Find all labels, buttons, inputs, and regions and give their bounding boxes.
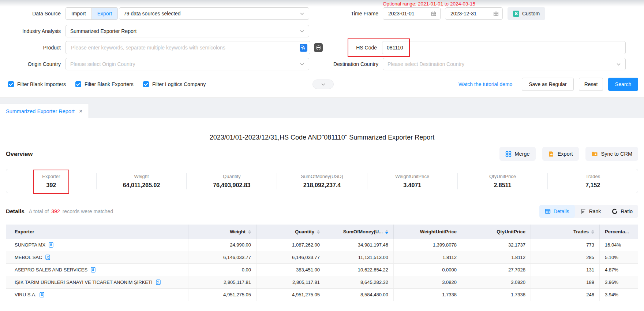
view-label: Ratio	[621, 208, 633, 214]
stat-value: 2.8511	[458, 182, 548, 189]
start-date-value[interactable]	[387, 10, 429, 17]
destination-country-select[interactable]: Please select Destination Country	[383, 58, 626, 70]
start-date-input[interactable]	[383, 7, 441, 20]
search-button[interactable]: Search	[608, 78, 638, 91]
match-count: 392	[51, 208, 60, 214]
tab-summarized-exporter-report[interactable]: Summarized Exporter Report ×	[0, 104, 89, 118]
checkbox-label: Filter Blank Importers	[17, 81, 66, 87]
contact-card-icon[interactable]	[49, 242, 53, 248]
view-ratio-button[interactable]: Ratio	[606, 205, 638, 218]
calendar-icon	[431, 11, 437, 16]
import-toggle-button[interactable]: Import	[66, 8, 91, 19]
time-frame-label: Time Frame	[329, 7, 378, 20]
save-as-regular-button[interactable]: Save as Regular	[522, 78, 574, 91]
expand-filters-button[interactable]	[312, 79, 334, 89]
exporter-cell: IŞIK TARIM ÜRÜNLERİ SANAYİ VE TİCARET AN…	[6, 276, 188, 288]
contact-card-icon[interactable]	[40, 292, 44, 297]
quantity-cell: 1,087,262.00	[256, 239, 325, 251]
checked-checkbox-icon	[143, 81, 149, 87]
exporter-name-link[interactable]: IŞIK TARIM ÜRÜNLERİ SANAYİ VE TİCARET AN…	[15, 279, 153, 285]
trades-cell: 285	[531, 251, 599, 263]
qty-unit-price-cell: 32.1737	[462, 239, 531, 251]
weight-unit-price-cell: 1.8112	[393, 251, 462, 263]
industry-analysis-select[interactable]: Summarized Exporter Report	[65, 25, 309, 37]
exporter-name-link[interactable]: MEBOL SAC	[15, 255, 42, 260]
calendar-icon	[493, 11, 499, 16]
sum-of-money-cell: 11,131,513.00	[325, 251, 393, 263]
merge-icon	[505, 151, 512, 157]
hs-code-input[interactable]	[382, 41, 626, 54]
stat-label: Trades	[548, 174, 638, 179]
industry-analysis-label: Industry Analysis	[0, 25, 61, 37]
contact-card-icon[interactable]	[45, 255, 50, 260]
export-button[interactable]: Export	[542, 147, 579, 161]
sort-icon[interactable]	[317, 230, 320, 234]
trades-cell: 189	[531, 276, 599, 288]
view-label: Details	[554, 208, 569, 214]
translate-icon[interactable]: A	[300, 44, 307, 52]
hs-code-label: HS Code	[344, 41, 377, 54]
column-header-quantity[interactable]: Quantity	[256, 225, 325, 239]
percentage-cell: 4.87%	[599, 264, 638, 276]
stat-label: WeightUnitPrice	[367, 174, 457, 179]
exclude-keywords-icon[interactable]	[314, 43, 323, 52]
contact-card-icon[interactable]	[91, 267, 96, 273]
checkbox-filter-blank-importers[interactable]: Filter Blank Importers	[8, 81, 66, 87]
reset-button[interactable]: Reset	[579, 78, 603, 91]
product-input[interactable]	[70, 44, 297, 51]
weight-unit-price-cell: 1,399.8078	[393, 239, 462, 251]
end-date-value[interactable]	[450, 10, 491, 17]
export-toggle-button[interactable]: Export	[91, 8, 117, 19]
top-gradient	[0, 0, 644, 7]
view-label: Rank	[589, 208, 601, 214]
quantity-cell: 4,951,275.05	[256, 289, 325, 301]
exporter-name-link[interactable]: ASEPRO SALES AND SERVICES	[15, 267, 87, 273]
rank-icon	[580, 208, 586, 214]
checkbox-filter-blank-exporters[interactable]: Filter Blank Exporters	[75, 81, 134, 87]
merge-button[interactable]: Merge	[499, 147, 536, 161]
sum-of-money-cell: 34,981,197.46	[325, 239, 393, 251]
data-sources-value: 79 data sources selected	[124, 11, 181, 16]
sum-of-money-cell: 8,584,480.00	[325, 289, 393, 301]
view-details-button[interactable]: Details	[539, 205, 575, 218]
table-body: SUNOPTA MX 24,990.00 1,087,262.00 34,981…	[6, 239, 638, 301]
exporter-name-link[interactable]: SUNOPTA MX	[15, 242, 45, 248]
sort-icon-desc-active[interactable]	[385, 230, 388, 234]
stat-weight-unit-price: WeightUnitPrice 3.4071	[367, 173, 457, 189]
destination-country-placeholder: Please select Destination Country	[387, 61, 464, 67]
folder-sync-icon	[591, 151, 598, 157]
column-header-weight-unit-price: WeightUnitPrice	[393, 225, 462, 239]
end-date-input[interactable]	[445, 7, 503, 20]
stat-label: Weight	[97, 174, 187, 179]
exporter-name-link[interactable]: VIRU S.A.	[15, 292, 36, 297]
sort-icon[interactable]	[591, 230, 594, 234]
data-sources-select[interactable]: 79 data sources selected	[119, 7, 309, 20]
close-icon[interactable]: ×	[79, 108, 83, 114]
tutorial-demo-link[interactable]: Watch the tutorial demo	[458, 78, 512, 91]
contact-card-icon[interactable]	[156, 279, 161, 285]
checkbox-filter-logitics-company[interactable]: Filter Logitics Company	[143, 81, 206, 87]
chevron-down-icon	[321, 82, 326, 87]
qty-unit-price-cell: 1.8112	[462, 251, 531, 263]
column-header-weight[interactable]: Weight	[188, 225, 256, 239]
sort-icon[interactable]	[248, 230, 251, 234]
exporter-cell: VIRU S.A.	[6, 289, 188, 301]
view-rank-button[interactable]: Rank	[575, 205, 607, 218]
table-header-row: Exporter Weight Quantity SumOfMoney(U...…	[6, 225, 638, 239]
sync-to-crm-label: Sync to CRM	[601, 151, 632, 157]
sync-to-crm-button[interactable]: Sync to CRM	[585, 147, 638, 161]
origin-country-select[interactable]: Please select Origin Country	[65, 58, 309, 70]
stat-value: 76,493,902.83	[187, 182, 277, 189]
quantity-cell: 2,805,117.81	[256, 276, 325, 288]
stat-value: 392	[6, 182, 96, 189]
annotation-box-exporter-stat	[33, 170, 69, 194]
custom-range-button[interactable]: Custom	[508, 7, 545, 20]
trades-cell: 131	[531, 264, 599, 276]
column-header-trades[interactable]: Trades	[531, 225, 599, 239]
weight-cell: 4,951,275.05	[188, 289, 256, 301]
checkbox-label: Filter Logitics Company	[152, 81, 206, 87]
sum-of-money-cell: 8,645,282.32	[325, 276, 393, 288]
stat-trades: Trades 7,152	[547, 173, 638, 189]
weight-cell: 2,805,117.81	[188, 276, 256, 288]
column-header-sum-of-money[interactable]: SumOfMoney(U...	[325, 225, 393, 239]
